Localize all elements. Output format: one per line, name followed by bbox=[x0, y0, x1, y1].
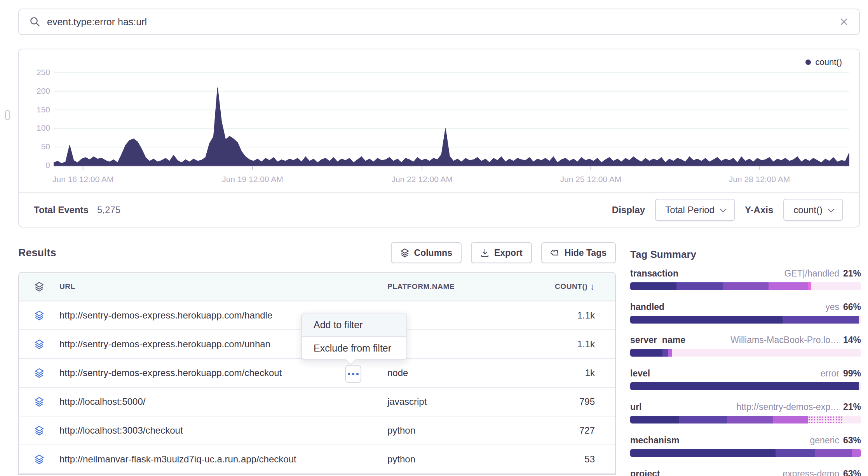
platform-cell[interactable]: javascript bbox=[387, 396, 535, 407]
tag-bar-segment[interactable] bbox=[811, 282, 861, 290]
url-cell[interactable]: http://localhost:5000/ bbox=[59, 396, 387, 407]
tag-top-value: yes bbox=[825, 302, 839, 312]
tag-bar-segment[interactable] bbox=[630, 282, 676, 290]
count-cell[interactable]: 727 bbox=[535, 425, 606, 436]
count-cell[interactable]: 795 bbox=[535, 396, 606, 407]
y-tick-label: 100 bbox=[22, 123, 50, 133]
tag-bar-segment[interactable] bbox=[776, 449, 815, 457]
cell-actions-button[interactable] bbox=[345, 365, 361, 383]
stack-icon[interactable] bbox=[34, 282, 44, 292]
tag-bar-segment[interactable] bbox=[783, 316, 859, 324]
hide-tags-button-label: Hide Tags bbox=[565, 248, 607, 258]
search-bar[interactable] bbox=[18, 9, 860, 35]
stack-icon bbox=[34, 310, 44, 320]
legend-dot bbox=[805, 60, 811, 65]
menu-item-exclude-from-filter[interactable]: Exclude from filter bbox=[302, 337, 406, 359]
platform-cell[interactable]: python bbox=[387, 454, 535, 465]
table-row[interactable]: http://sentry-demos-express.herokuapp.co… bbox=[19, 359, 615, 388]
tag-distribution-bar[interactable] bbox=[630, 416, 861, 424]
url-cell[interactable]: http://sentry-demos-express.herokuapp.co… bbox=[59, 368, 387, 378]
tag-name: handled bbox=[630, 302, 664, 312]
tag-top-value: generic bbox=[810, 435, 839, 446]
tag-bar-segment[interactable] bbox=[769, 282, 808, 290]
chevron-down-icon bbox=[720, 206, 727, 212]
yaxis-dropdown-value: count() bbox=[793, 205, 823, 215]
tag-bar-segment[interactable] bbox=[662, 349, 668, 357]
table-row[interactable]: http://localhost:3003/checkoutpython727 bbox=[19, 416, 615, 445]
tag-top-value: error bbox=[820, 368, 839, 379]
url-cell[interactable]: http://localhost:3003/checkout bbox=[59, 425, 387, 436]
tag-bar-segment[interactable] bbox=[630, 449, 776, 457]
tag-bar-segment[interactable] bbox=[815, 449, 852, 457]
menu-item-add-to-filter[interactable]: Add to filter bbox=[302, 313, 406, 336]
platform-cell[interactable]: python bbox=[387, 425, 535, 436]
stack-icon bbox=[34, 339, 44, 349]
tag-percent: 99% bbox=[843, 368, 861, 379]
tag-bar-segment[interactable] bbox=[808, 282, 811, 290]
chevron-down-icon bbox=[828, 206, 835, 212]
tag-bar-segment[interactable] bbox=[668, 349, 672, 357]
tag-percent: 21% bbox=[843, 402, 861, 412]
column-header-url[interactable]: URL bbox=[59, 282, 387, 291]
column-header-platform[interactable]: PLATFORM.NAME bbox=[387, 282, 535, 291]
events-area-chart[interactable] bbox=[54, 65, 849, 172]
tag-summary-row: levelerror99% bbox=[630, 368, 861, 390]
count-cell[interactable]: 1k bbox=[535, 368, 606, 378]
hide-tags-button[interactable]: Hide Tags bbox=[541, 242, 616, 263]
count-cell[interactable]: 1.1k bbox=[535, 339, 606, 350]
column-header-count[interactable]: COUNT() ↓ bbox=[535, 281, 606, 292]
tag-bar-segment[interactable] bbox=[859, 316, 861, 324]
tag-bar-segment[interactable] bbox=[676, 282, 723, 290]
tag-name: server_name bbox=[630, 335, 685, 345]
url-cell[interactable]: http://neilmanvar-flask-m3uuizd7iq-uc.a.… bbox=[59, 454, 387, 465]
tag-bar-segment[interactable] bbox=[859, 382, 861, 390]
tag-bar-segment[interactable] bbox=[679, 416, 727, 424]
results-header: Results Columns Export Hide Tags bbox=[18, 242, 616, 264]
tag-top-value: Williams-MacBook-Pro.lo… bbox=[730, 335, 839, 345]
tag-name: mechanism bbox=[630, 435, 680, 446]
tag-bar-segment[interactable] bbox=[630, 316, 783, 324]
tag-distribution-bar[interactable] bbox=[630, 316, 861, 324]
tag-distribution-bar[interactable] bbox=[630, 282, 861, 290]
count-cell[interactable]: 1.1k bbox=[535, 310, 606, 321]
sort-desc-icon: ↓ bbox=[590, 281, 595, 292]
results-title: Results bbox=[18, 247, 56, 259]
tag-bar-segment[interactable] bbox=[773, 416, 808, 424]
stack-icon bbox=[34, 454, 44, 464]
table-row[interactable]: http://neilmanvar-flask-m3uuizd7iq-uc.a.… bbox=[19, 445, 615, 474]
platform-cell[interactable]: node bbox=[387, 368, 535, 378]
tag-bar-segment[interactable] bbox=[630, 382, 859, 390]
tag-bar-segment[interactable] bbox=[808, 416, 842, 424]
x-tick-label: Jun 25 12:00 AM bbox=[560, 175, 622, 184]
export-button[interactable]: Export bbox=[471, 242, 532, 263]
tag-summary-row: projectexpress-demo63% bbox=[630, 469, 861, 476]
tag-bar-segment[interactable] bbox=[842, 416, 861, 424]
tag-distribution-bar[interactable] bbox=[630, 382, 861, 390]
search-input[interactable] bbox=[47, 16, 833, 28]
tag-bar-segment[interactable] bbox=[630, 349, 662, 357]
tag-bar-segment[interactable] bbox=[723, 282, 769, 290]
tag-bar-segment[interactable] bbox=[630, 416, 679, 424]
tag-bar-segment[interactable] bbox=[852, 449, 861, 457]
table-row[interactable]: http://localhost:5000/javascript795 bbox=[19, 388, 615, 416]
events-chart-panel: count() 250200150100500 Jun 16 12:00 AMJ… bbox=[18, 49, 860, 228]
count-cell[interactable]: 53 bbox=[535, 454, 606, 465]
cell-actions-menu: Add to filter Exclude from filter bbox=[301, 313, 407, 360]
tag-bar-segment[interactable] bbox=[672, 349, 861, 357]
stack-icon bbox=[34, 397, 44, 407]
total-events-value: 5,275 bbox=[97, 205, 120, 215]
tag-summary-row: server_nameWilliams-MacBook-Pro.lo…14% bbox=[630, 335, 861, 357]
columns-button-label: Columns bbox=[414, 248, 452, 258]
tag-bar-segment[interactable] bbox=[727, 416, 773, 424]
tag-name: level bbox=[630, 368, 650, 379]
clear-search-icon[interactable] bbox=[839, 17, 849, 27]
tag-distribution-bar[interactable] bbox=[630, 449, 861, 457]
tag-summary-row: handledyes66% bbox=[630, 302, 861, 324]
tag-distribution-bar[interactable] bbox=[630, 349, 861, 357]
sidebar-collapse-handle[interactable] bbox=[5, 110, 10, 120]
display-dropdown[interactable]: Total Period bbox=[655, 199, 735, 221]
columns-button[interactable]: Columns bbox=[391, 242, 462, 263]
yaxis-dropdown[interactable]: count() bbox=[783, 199, 843, 221]
y-tick-label: 150 bbox=[22, 105, 50, 114]
download-icon bbox=[480, 248, 490, 257]
